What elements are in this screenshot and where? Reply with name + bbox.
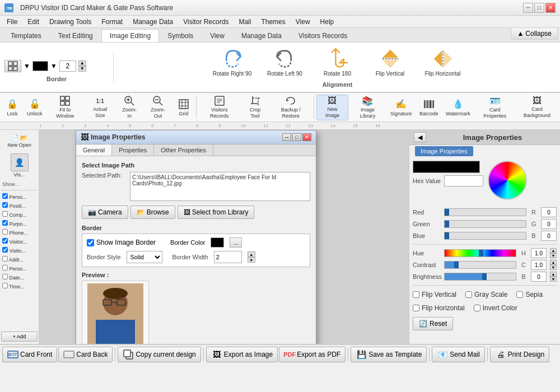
contrast-value-input[interactable] <box>531 260 547 270</box>
save-template-button[interactable]: 💾 Save as Template <box>351 347 427 362</box>
border-width-down[interactable]: ▼ <box>78 66 86 72</box>
menu-view[interactable]: View <box>291 17 315 27</box>
brightness-value-input[interactable] <box>531 272 547 282</box>
close-button[interactable]: ✕ <box>545 3 556 13</box>
rp-back-button[interactable]: ◀ <box>414 132 426 142</box>
border-width-up[interactable]: ▲ <box>78 60 86 66</box>
export-pdf-button[interactable]: PDF Export as PDF <box>279 347 346 362</box>
dialog-width-up[interactable]: ▲ <box>248 251 255 257</box>
watermark-button[interactable]: 💧 Watermark <box>443 95 474 120</box>
color-wheel[interactable] <box>488 161 527 200</box>
new-tool-button[interactable]: 📄 📂 New Open <box>1 132 38 150</box>
image-library-button[interactable]: 📚 Image Library <box>349 95 386 120</box>
card-properties-button[interactable]: 🪪 Card Properties <box>474 95 515 120</box>
dialog-close-button[interactable]: ✕ <box>302 133 311 141</box>
print-design-button[interactable]: 🖨 Print Design <box>490 347 549 362</box>
flip-horizontal-button[interactable]: Flip Horizontal <box>419 46 467 79</box>
green-slider[interactable] <box>444 220 526 228</box>
menu-visitor-records[interactable]: Visitor Records <box>179 17 233 27</box>
brightness-slider[interactable] <box>444 273 516 281</box>
dialog-tab-properties[interactable]: Properties <box>112 144 154 156</box>
dialog-maximize-button[interactable]: □ <box>292 133 301 141</box>
camera-button[interactable]: 📷 Camera <box>82 206 128 219</box>
hue-slider[interactable] <box>444 249 516 257</box>
grid-button[interactable]: Grid <box>174 95 194 120</box>
lock-button[interactable]: 🔒 Lock <box>2 95 22 120</box>
rotate-180-button[interactable]: Rotate 180 <box>314 46 362 79</box>
reset-button[interactable]: 🔄 Reset <box>413 317 453 330</box>
contrast-up[interactable]: ▲ <box>550 260 557 265</box>
menu-manage-data[interactable]: Manage Data <box>128 17 178 27</box>
tab-text-editing[interactable]: Text Editing <box>50 29 101 42</box>
rotate-left-90-button[interactable]: Rotate Left 90 <box>261 46 309 79</box>
show-border-checkbox[interactable] <box>87 239 94 246</box>
tab-view[interactable]: View <box>202 29 233 42</box>
sepia-check[interactable]: Sepia <box>516 291 543 298</box>
border-width-input[interactable] <box>59 60 76 72</box>
send-mail-button[interactable]: 📧 Send Mail <box>432 347 484 362</box>
library-button[interactable]: 🖼 Select from Library <box>178 206 255 219</box>
border-color-swatch[interactable] <box>32 61 48 71</box>
dialog-tab-other[interactable]: Other Properties <box>154 144 213 156</box>
green-slider-handle[interactable] <box>445 221 449 228</box>
brightness-down[interactable]: ▼ <box>550 277 557 282</box>
invert-color-check[interactable]: Invert Color <box>474 304 517 312</box>
hue-value-input[interactable] <box>531 248 547 258</box>
card-front-button[interactable]: Card Front <box>2 347 57 362</box>
rp-subtab[interactable]: Image Properties <box>415 146 473 156</box>
crop-tool-button[interactable]: Crop Tool <box>241 95 269 120</box>
backup-restore-button[interactable]: Backup / Restore <box>270 95 311 120</box>
blue-value-input[interactable] <box>541 231 557 241</box>
brightness-slider-handle[interactable] <box>482 273 487 281</box>
flip-vertical-check[interactable]: Flip Vertical <box>413 291 456 298</box>
tab-visitors-records[interactable]: Visitors Records <box>290 29 356 42</box>
menu-edit[interactable]: Edit <box>23 17 44 27</box>
dialog-width-down[interactable]: ▼ <box>248 257 255 263</box>
barcode-button[interactable]: Barcode <box>416 95 441 120</box>
menu-help[interactable]: Help <box>316 17 339 27</box>
unlock-button[interactable]: 🔓 Unlock <box>24 95 46 120</box>
tab-templates[interactable]: Templates <box>2 29 50 42</box>
menu-mail[interactable]: Mail <box>234 17 255 27</box>
blue-slider[interactable] <box>444 232 526 240</box>
gray-scale-check[interactable]: Gray Scale <box>465 291 507 298</box>
actual-size-button[interactable]: 1:1 Actual Size <box>85 95 116 120</box>
green-value-input[interactable] <box>541 219 557 229</box>
border-color-button[interactable] <box>211 237 224 248</box>
zoom-in-button[interactable]: Zoom-In <box>117 95 142 120</box>
border-color-picker-button[interactable]: … <box>230 237 242 248</box>
tab-manage-data[interactable]: Manage Data <box>233 29 290 42</box>
zoom-out-button[interactable]: Zoom-Out <box>143 95 172 120</box>
contrast-down[interactable]: ▼ <box>550 265 557 270</box>
dialog-tab-general[interactable]: General <box>76 144 112 156</box>
tab-symbols[interactable]: Symbols <box>159 29 202 42</box>
menu-themes[interactable]: Themes <box>256 17 290 27</box>
red-value-input[interactable] <box>541 207 557 217</box>
menu-format[interactable]: Format <box>97 17 127 27</box>
blue-slider-handle[interactable] <box>445 232 449 240</box>
show-border-label[interactable]: Show Image Border <box>87 239 156 246</box>
new-image-button[interactable]: 🖼 New Image <box>316 95 348 120</box>
dialog-minimize-button[interactable]: ─ <box>282 133 291 141</box>
fit-to-window-button[interactable]: Fit to Window <box>47 95 83 120</box>
flip-vertical-button[interactable]: Flip Vertical <box>366 46 414 79</box>
flip-horizontal-check[interactable]: Flip Horizontal <box>413 304 465 312</box>
brightness-up[interactable]: ▲ <box>550 272 557 277</box>
card-background-button[interactable]: 🖼 Card Background <box>516 95 558 120</box>
dialog-border-width-input[interactable] <box>214 251 242 263</box>
export-image-button[interactable]: 🖼 Export as Image <box>206 347 278 362</box>
copy-design-button[interactable]: Copy current design <box>118 347 200 362</box>
menu-drawing-tools[interactable]: Drawing Tools <box>45 17 96 27</box>
signature-button[interactable]: ✍ Signature <box>387 95 415 120</box>
tab-image-editing[interactable]: Image Editing <box>101 29 159 42</box>
card-back-button[interactable]: Card Back <box>58 347 113 362</box>
border-style-select[interactable]: Solid Dashed Dotted <box>127 251 162 263</box>
hue-down[interactable]: ▼ <box>550 253 557 258</box>
maximize-button[interactable]: □ <box>534 3 544 13</box>
hue-up[interactable]: ▲ <box>550 248 557 253</box>
visitors-records-button[interactable]: Visitors Records <box>199 95 240 120</box>
collapse-button[interactable]: ▲ Collapse <box>511 27 558 40</box>
hex-input[interactable]: #000000 <box>444 175 483 186</box>
rotate-right-90-button[interactable]: Rotate Right 90 <box>208 46 256 79</box>
path-input[interactable]: C:\Users\IBALL\Documents\Aastha\Employee… <box>130 172 310 201</box>
